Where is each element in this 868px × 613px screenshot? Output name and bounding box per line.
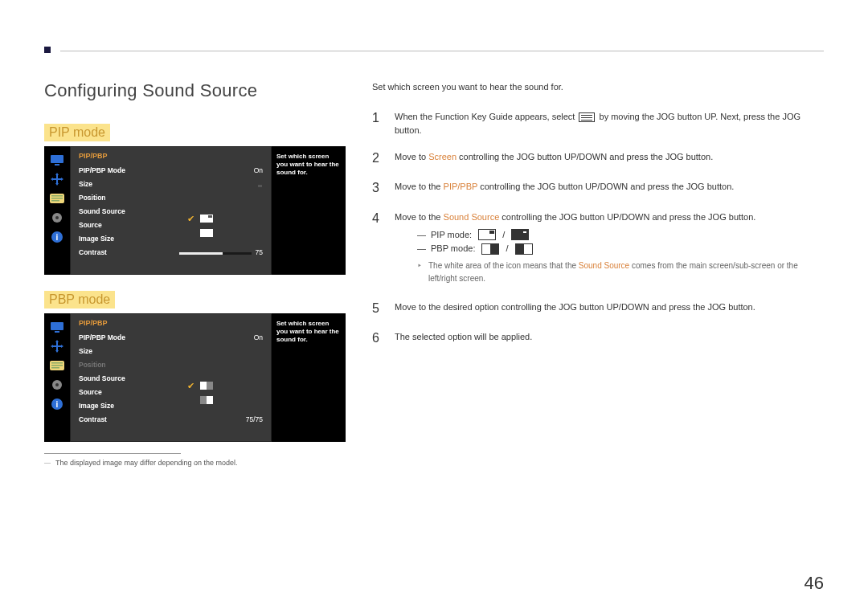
pip-mode-line: ― PIP mode: / [417,228,824,243]
pbp-left-icon [481,243,499,255]
info-icon: i [49,397,65,411]
svg-text:i: i [56,400,59,409]
step-1a: When the Function Key Guide appears, sel… [395,112,577,121]
osd-row-mode: PIP/PBP Mode [79,166,125,174]
sound-options: ✔ ✔ [187,213,213,239]
pbp-mode-label: PBP mode: [431,242,475,256]
svg-rect-3 [51,195,63,197]
step-6: The selected option will be applied. [395,328,824,345]
osd-title: PIP/PBP [79,319,263,327]
osd-row-mode: PIP/PBP Mode [79,333,125,341]
osd-row-mode-val: On [254,166,263,174]
pip-sub-icon [511,229,529,240]
step-number: 3 [372,178,383,198]
contrast-value: 75/75 [246,415,263,423]
note-a: The white area of the icon means that th… [428,261,579,270]
pbp-right-icon [515,243,533,255]
sound-options: ✔ ✔ [187,380,213,406]
step-1: When the Function Key Guide appears, sel… [395,108,824,138]
step-number: 6 [372,328,383,349]
pippbp-keyword: PIP/PBP [444,182,478,191]
list-icon [49,358,65,373]
step-2a: Move to [395,152,428,161]
osd-row-sound: Sound Source [79,374,125,382]
footnote: The displayed image may differ depending… [44,459,350,467]
step-3b: controlling the JOG button UP/DOWN and p… [477,182,734,191]
menu-icon [579,112,595,122]
bullet: ― [417,228,426,243]
footnote-rule [44,453,181,454]
osd-row-position: Position [79,194,106,202]
pip-mode-label: PIP mode: [431,228,472,243]
osd-sidebar-icons: i [44,146,70,275]
move-icon [49,172,65,186]
bullet: ― [417,242,426,256]
svg-point-7 [55,216,59,219]
monitor-icon [49,153,65,167]
svg-rect-11 [55,331,59,333]
svg-text:i: i [56,233,59,242]
sound-sub-icon [200,229,213,237]
page-number: 46 [805,573,824,594]
osd-row-mode-val: On [254,333,263,341]
step-number: 4 [372,208,383,229]
svg-rect-5 [51,200,59,202]
osd-row-imgsize: Image Size [79,402,114,410]
check-icon: ✔ [187,381,195,391]
svg-rect-10 [51,322,63,330]
sound-main-icon [200,215,213,223]
osd-menu: PIP/PBP PIP/PBP ModeOn Size Position Sou… [70,313,272,442]
svg-rect-13 [51,362,63,364]
pbp-mode-heading: PBP mode [44,291,115,309]
step-3a: Move to the [395,182,444,191]
check-icon: ✔ [187,214,195,224]
osd-row-size: Size [79,347,92,355]
osd-row-sound: Sound Source [79,207,125,215]
osd-row-position: Position [79,361,106,369]
pip-mode-heading: PIP mode [44,124,110,141]
contrast-value: 75 [256,248,263,256]
step-number: 5 [372,298,383,319]
step-2: Move to Screen controlling the JOG butto… [395,148,824,165]
sound-left-icon [200,382,213,390]
osd-row-source: Source [79,221,102,229]
soundsource-keyword: Sound Source [444,212,500,222]
step-number: 1 [372,108,383,129]
step-4b: controlling the JOG button UP/DOWN and p… [499,212,755,222]
svg-rect-14 [51,365,63,366]
osd-row-source: Source [79,388,102,396]
header-accent [44,47,51,53]
monitor-icon [49,320,65,334]
contrast-slider [179,252,252,255]
pip-main-icon [478,229,496,240]
info-icon: i [49,230,65,244]
move-icon [49,339,65,353]
step-4a: Move to the [395,212,444,222]
gear-icon [49,210,65,225]
osd-pip: i PIP/PBP PIP/PBP ModeOn Size Position S… [44,146,346,275]
osd-desc: Set which screen you want to hear the so… [272,146,346,275]
pbp-mode-line: ― PBP mode: / [417,242,824,256]
step-2b: controlling the JOG button UP/DOWN and p… [457,152,713,161]
osd-menu: PIP/PBP PIP/PBP ModeOn Size Position Sou… [70,146,272,275]
list-icon [49,191,65,206]
osd-title: PIP/PBP [79,152,263,160]
svg-rect-4 [51,198,63,199]
svg-rect-0 [51,155,63,163]
osd-sidebar-icons: i [44,313,70,442]
screen-keyword: Screen [428,152,457,161]
header-rule [60,51,824,51]
osd-row-contrast: Contrast [79,415,107,423]
osd-row-imgsize: Image Size [79,235,114,243]
note: The white area of the icon means that th… [417,260,824,285]
slash: / [506,242,508,256]
gear-icon [49,378,65,392]
svg-rect-1 [55,164,59,166]
note-soundsource: Sound Source [579,261,629,270]
step-5: Move to the desired option controlling t… [395,298,824,315]
svg-rect-15 [51,367,59,369]
page-title: Configuring Sound Source [44,80,350,101]
svg-point-17 [55,383,59,386]
step-4: Move to the Sound Source controlling the… [395,208,824,288]
step-number: 2 [372,148,383,169]
